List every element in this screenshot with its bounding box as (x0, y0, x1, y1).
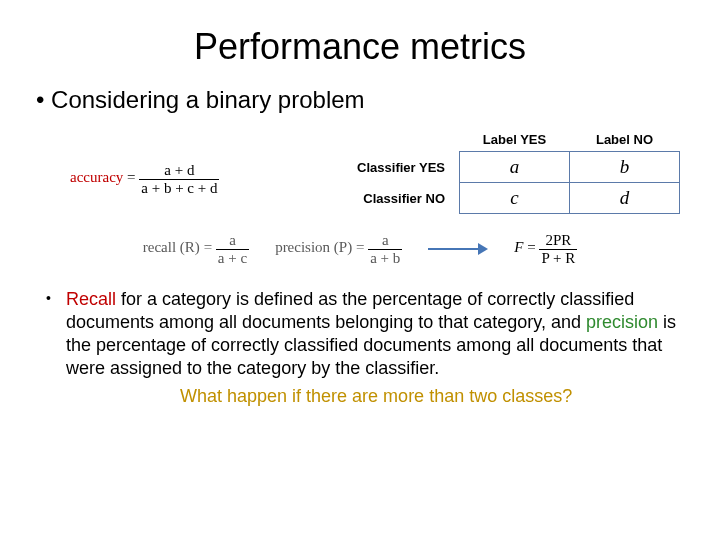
row-header-no: Classifier NO (347, 183, 459, 214)
f-measure-formula: F = 2PR P + R (514, 232, 577, 266)
cell-c: c (460, 183, 570, 214)
precision-numerator: a (368, 232, 402, 250)
col-header-no: Label NO (570, 128, 680, 152)
equals-sign: = (527, 239, 535, 255)
cell-b: b (570, 152, 680, 183)
rp-f-formula-row: recall (R) = a a + c precision (P) = a a… (54, 232, 666, 266)
follow-up-question: What happen if there are more than two c… (30, 386, 690, 407)
row-header-yes: Classifier YES (347, 152, 459, 183)
precision-word: precision (586, 312, 658, 332)
precision-denominator: a + b (368, 250, 402, 267)
equals-sign: = (356, 239, 364, 255)
recall-label: recall (R) (143, 239, 200, 255)
table-row: Classifier YES a b (347, 152, 679, 183)
intro-bullet: Considering a binary problem (30, 86, 690, 114)
description-paragraph: • Recall for a category is defined as th… (30, 288, 690, 380)
col-header-yes: Label YES (460, 128, 570, 152)
f-fraction: 2PR P + R (539, 232, 577, 266)
equals-sign: = (204, 239, 212, 255)
precision-formula: precision (P) = a a + b (275, 232, 402, 266)
cell-a: a (460, 152, 570, 183)
precision-label: precision (P) (275, 239, 352, 255)
matrix-and-accuracy-row: accuracy = a + d a + b + c + d Label YES… (70, 128, 690, 214)
recall-denominator: a + c (216, 250, 249, 267)
accuracy-formula: accuracy = a + d a + b + c + d (70, 128, 270, 196)
precision-fraction: a a + b (368, 232, 402, 266)
table-row: Classifier NO c d (347, 183, 679, 214)
page-title: Performance metrics (30, 26, 690, 68)
recall-fraction: a a + c (216, 232, 249, 266)
arrow-right-icon (428, 242, 488, 256)
recall-numerator: a (216, 232, 249, 250)
accuracy-denominator: a + b + c + d (139, 180, 219, 197)
confusion-matrix-wrap: Label YES Label NO Classifier YES a b Cl… (270, 128, 690, 214)
accuracy-numerator: a + d (139, 162, 219, 180)
table-header-row: Label YES Label NO (347, 128, 679, 152)
recall-formula: recall (R) = a a + c (143, 232, 249, 266)
f-numerator: 2PR (539, 232, 577, 250)
description-part1: for a category is defined as the percent… (66, 289, 634, 332)
f-denominator: P + R (539, 250, 577, 267)
cell-d: d (570, 183, 680, 214)
recall-word: Recall (66, 289, 116, 309)
equals-sign: = (127, 169, 135, 185)
accuracy-fraction: a + d a + b + c + d (139, 162, 219, 196)
bullet-icon: • (46, 290, 51, 308)
slide: Performance metrics Considering a binary… (0, 0, 720, 427)
confusion-matrix: Label YES Label NO Classifier YES a b Cl… (347, 128, 680, 214)
f-label: F (514, 239, 523, 255)
accuracy-label: accuracy (70, 169, 123, 185)
